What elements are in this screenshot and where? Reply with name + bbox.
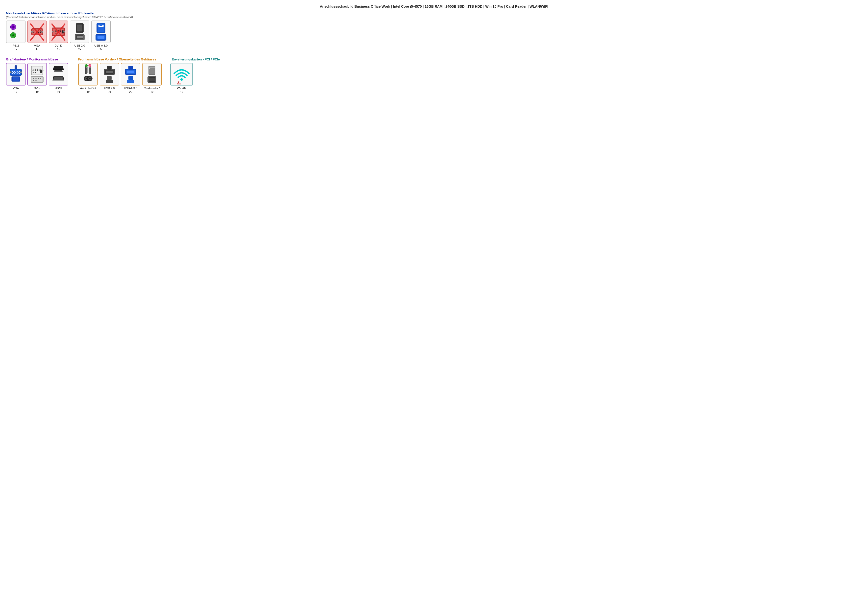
connector-label-vga-gpu: VGA 1x (13, 86, 19, 94)
connector-hdmi: HDMI 1x (48, 63, 68, 94)
svg-marker-100 (53, 66, 64, 70)
vga-gpu-icon (8, 64, 23, 84)
connector-audio: Audio In/Out 1x (78, 63, 98, 94)
expansion-header: Erweiterungskarten - PCI / PCIe (172, 58, 220, 61)
mainboard-header: Mainboard-Anschlüsse PC-Anschlüsse auf d… (6, 11, 862, 15)
svg-point-63 (17, 73, 17, 74)
connector-label-usb2-rear: USB 2.0 2x (74, 44, 85, 51)
svg-rect-107 (57, 78, 58, 79)
svg-point-95 (38, 78, 39, 79)
svg-point-83 (39, 70, 40, 72)
svg-point-66 (16, 72, 16, 73)
svg-marker-138 (149, 68, 150, 68)
svg-point-92 (33, 78, 34, 79)
svg-point-114 (85, 64, 88, 67)
usb2-front-icon (102, 64, 117, 84)
connector-label-wlan: W-LAN 1x (177, 86, 186, 94)
svg-rect-133 (129, 65, 133, 70)
vga-rear-icon (29, 22, 45, 42)
svg-point-68 (10, 72, 12, 73)
svg-point-32 (60, 31, 61, 32)
usb3-front-icon (123, 64, 138, 84)
svg-point-76 (35, 68, 36, 70)
usb3-rear-icon (93, 22, 108, 42)
connector-label-audio: Audio In/Out 1x (80, 86, 96, 94)
svg-point-96 (40, 78, 41, 79)
svg-rect-111 (62, 78, 62, 79)
svg-rect-129 (105, 80, 113, 83)
connector-dvid-rear: DVI-D 1x (48, 20, 68, 51)
svg-point-17 (40, 32, 41, 33)
svg-point-82 (37, 70, 38, 72)
svg-point-2 (12, 26, 14, 28)
svg-point-99 (36, 80, 37, 81)
svg-point-120 (85, 78, 87, 79)
connector-box-hdmi (49, 63, 68, 85)
svg-point-5 (12, 34, 14, 36)
svg-rect-87 (40, 70, 42, 73)
svg-rect-91 (32, 77, 42, 82)
connector-label-hdmi: HDMI 1x (55, 86, 62, 94)
audio-icon (81, 64, 96, 84)
connector-box-vga-rear (28, 20, 47, 43)
connector-box-ps2 (6, 20, 25, 43)
svg-point-58 (14, 71, 16, 72)
mainboard-connectors-row: PS/2 1x (6, 20, 862, 51)
svg-point-13 (40, 31, 41, 31)
svg-point-75 (33, 68, 34, 70)
svg-rect-42 (77, 25, 82, 31)
connector-label-dvii: DVI-I 1x (34, 86, 40, 94)
svg-point-29 (55, 31, 56, 32)
connector-box-usb3-rear (91, 20, 111, 43)
svg-rect-104 (55, 78, 55, 79)
svg-point-24 (55, 30, 56, 31)
svg-point-37 (52, 31, 53, 33)
wlan-icon (172, 64, 192, 84)
connector-box-dvii (28, 63, 47, 85)
lower-sections: Grafikkarten- / Monitoranschlüsse (6, 56, 862, 95)
svg-rect-72 (12, 77, 19, 81)
svg-rect-105 (56, 78, 56, 79)
svg-rect-54 (98, 36, 104, 39)
expansion-connectors-row: W-LAN 1x (172, 63, 220, 94)
connector-usb2-front: USB 2.0 3x (99, 63, 119, 94)
svg-point-14 (33, 32, 34, 33)
connector-label-vga-rear: VGA 1x (34, 44, 40, 51)
front-connectors-row: Audio In/Out 1x (78, 63, 162, 94)
graphics-header: Grafikkarten- / Monitoranschlüsse (6, 58, 68, 61)
mainboard-section: Mainboard-Anschlüsse PC-Anschlüsse auf d… (6, 11, 862, 51)
usb2-rear-icon (72, 22, 87, 42)
mainboard-subtitle: (Monitor-/Grafikkartenanschlüsse sind be… (6, 16, 862, 19)
svg-rect-141 (149, 78, 155, 81)
svg-rect-126 (106, 71, 113, 73)
expansion-section: Erweiterungskarten - PCI / PCIe (172, 56, 220, 95)
connector-label-ps2: PS/2 1x (13, 44, 19, 51)
svg-rect-106 (57, 78, 57, 79)
svg-point-57 (12, 71, 13, 72)
connector-box-cardreader (142, 63, 161, 85)
connector-label-dvid-rear: DVI-D 1x (54, 44, 62, 51)
svg-point-123 (89, 78, 91, 79)
svg-point-94 (36, 78, 37, 79)
svg-point-61 (12, 73, 13, 74)
connector-usb3-rear: USB-A 3.0 2x (91, 20, 111, 51)
svg-rect-127 (107, 65, 112, 70)
svg-point-69 (20, 72, 22, 73)
front-section: Frontanschlüsse Vorder- / Oberseite des … (78, 56, 162, 95)
svg-point-59 (17, 71, 17, 72)
svg-point-85 (33, 72, 34, 73)
svg-rect-109 (60, 78, 60, 79)
graphics-section: Grafikkarten- / Monitoranschlüsse (6, 56, 68, 95)
svg-point-64 (19, 73, 20, 74)
svg-rect-132 (127, 71, 134, 73)
svg-rect-128 (107, 76, 112, 80)
ps2-icon (8, 22, 23, 42)
connector-box-usb2-front (100, 63, 119, 85)
front-header: Frontanschlüsse Vorder- / Oberseite des … (78, 58, 162, 61)
connector-usb3-front: USB-A 3.0 2x (121, 63, 141, 94)
svg-point-89 (42, 70, 43, 72)
svg-point-117 (88, 64, 91, 67)
svg-point-98 (35, 80, 36, 81)
svg-point-78 (39, 68, 40, 70)
svg-rect-70 (15, 65, 17, 69)
